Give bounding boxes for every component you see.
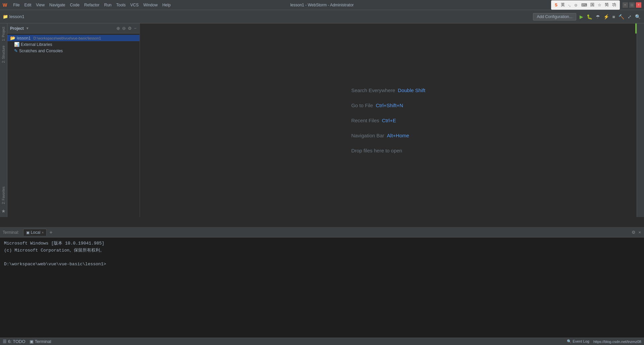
ime-keyboard[interactable]: ⌨ xyxy=(580,2,588,8)
panel-icons: ⊕ ⊖ ⚙ − xyxy=(116,25,137,31)
chevron-down-icon[interactable]: ▼ xyxy=(26,26,29,30)
panel-add-button[interactable]: ⊕ xyxy=(116,25,120,31)
menu-refactor[interactable]: Refactor xyxy=(82,2,101,8)
menu-help[interactable]: Help xyxy=(160,2,173,8)
sidebar-item-favorites[interactable]: 2: Favorites xyxy=(1,185,6,206)
terminal-tab-local[interactable]: ▣ Local × xyxy=(23,229,47,236)
event-log-link[interactable]: 🔍 Event Log xyxy=(567,339,589,344)
tree-item-scratches-label: Scratches and Consoles xyxy=(19,49,63,53)
menu-view[interactable]: View xyxy=(34,2,47,8)
project-panel: Project ▼ ⊕ ⊖ ⚙ − 📂 lesson1 D:\workspace… xyxy=(7,23,140,217)
folder-expand-icon: 📂 xyxy=(10,36,15,41)
tree-item-external-libraries[interactable]: 📊 External Libraries xyxy=(7,41,140,48)
minimize-button[interactable]: − xyxy=(623,2,628,8)
menu-tools[interactable]: Tools xyxy=(114,2,127,8)
close-button[interactable]: × xyxy=(636,2,641,8)
fullscreen-button[interactable]: ⤢ xyxy=(627,13,632,20)
menu-file[interactable]: File xyxy=(11,2,21,8)
status-bar-right: 🔍 Event Log https://blog.csdn.net/tnzmz0… xyxy=(567,339,641,344)
todo-status-item[interactable]: ☰ 6: TODO xyxy=(3,339,25,344)
hint-drop-files: Drop files here to open xyxy=(351,148,402,153)
tree-item-lesson1-label: lesson1 xyxy=(17,36,31,41)
terminal-status-item[interactable]: ▣ Terminal xyxy=(30,339,51,344)
hint-recent-files: Recent Files Ctrl+E xyxy=(351,118,396,123)
window-controls: − □ × xyxy=(623,2,641,8)
scratches-icon: ✎ xyxy=(14,48,18,53)
terminal-status-icon: ▣ xyxy=(30,339,34,344)
terminal-line-2: (c) Microsoft Corporation。保留所有权利。 xyxy=(4,247,640,254)
terminal-toolbar-icons: ⚙ × xyxy=(631,229,641,235)
ime-star[interactable]: ☆ xyxy=(597,2,602,8)
terminal-settings-button[interactable]: ⚙ xyxy=(631,229,636,235)
app-logo: W xyxy=(3,2,7,8)
hint-search-everywhere: Search Everywhere Double Shift xyxy=(351,87,425,93)
terminal-close-button[interactable]: × xyxy=(638,229,641,235)
terminal-line-4: D:\workspace\web\vue\vue-basic\lesson1> xyxy=(4,261,640,268)
panel-collapse-button[interactable]: ⊖ xyxy=(122,25,126,31)
terminal-status-label: Terminal xyxy=(35,339,51,344)
hint-search-shortcut: Double Shift xyxy=(398,87,425,93)
title-bar: W File Edit View Navigate Code Refactor … xyxy=(0,0,644,10)
terminal-label: Terminal: xyxy=(3,230,19,235)
build-button[interactable]: 🔨 xyxy=(618,13,625,20)
terminal-tab-close-icon[interactable]: × xyxy=(42,231,44,234)
libraries-icon: 📊 xyxy=(14,42,19,47)
menu-window[interactable]: Window xyxy=(141,2,160,8)
tree-item-lesson1-path: D:\workspace\web\vue\vue-basic\lesson1 xyxy=(33,36,101,40)
hint-recent-shortcut: Ctrl+E xyxy=(382,118,396,123)
ime-emoji[interactable]: ☺ xyxy=(573,2,579,8)
sidebar-item-project[interactable]: 1: Project xyxy=(1,25,6,43)
hint-search-label: Search Everywhere xyxy=(351,87,395,93)
ime-simple[interactable]: 简 xyxy=(604,2,610,8)
menu-run[interactable]: Run xyxy=(102,2,113,8)
file-tree: 📂 lesson1 D:\workspace\web\vue\vue-basic… xyxy=(7,33,140,217)
blog-link[interactable]: https://blog.csdn.net/tnzmz08 xyxy=(593,340,641,344)
title-bar-left: W File Edit View Navigate Code Refactor … xyxy=(3,2,173,8)
terminal-tab-bar: Terminal: ▣ Local × + ⚙ × xyxy=(0,227,644,237)
menu-vcs[interactable]: VCS xyxy=(128,2,141,8)
menu-navigate[interactable]: Navigate xyxy=(47,2,67,8)
tree-item-lesson1[interactable]: 📂 lesson1 D:\workspace\web\vue\vue-basic… xyxy=(7,35,140,41)
terminal-icon: ▣ xyxy=(26,230,30,235)
side-panel-left: 1: Project 2: Structure 2: Favorites ★ xyxy=(0,23,7,217)
panel-close-button[interactable]: − xyxy=(133,25,137,31)
terminal-line-3 xyxy=(4,254,640,261)
hint-recent-label: Recent Files xyxy=(351,118,379,123)
hint-goto-label: Go to File xyxy=(351,102,373,108)
folder-icon: 📁 xyxy=(3,14,8,19)
welcome-hints: Search Everywhere Double Shift Go to Fil… xyxy=(351,87,425,153)
coverage-button[interactable]: ☂ xyxy=(595,13,601,20)
sidebar-item-structure[interactable]: 2: Structure xyxy=(1,44,6,65)
ime-lang[interactable]: 英 xyxy=(560,2,566,8)
run-button[interactable]: ▶ xyxy=(579,13,584,20)
hint-nav-shortcut: Alt+Home xyxy=(387,133,409,138)
hint-goto-shortcut: Ctrl+Shift+N xyxy=(376,102,403,108)
add-configuration-button[interactable]: Add Configuration... xyxy=(533,13,576,20)
tree-item-external-libraries-label: External Libraries xyxy=(21,42,52,47)
status-bar: ☰ 6: TODO ▣ Terminal 🔍 Event Log https:/… xyxy=(0,338,644,345)
tree-item-scratches[interactable]: ✎ Scratches and Consoles xyxy=(7,48,140,54)
hint-navigation-bar: Navigation Bar Alt+Home xyxy=(351,133,409,138)
ime-cjk[interactable]: 国 xyxy=(589,2,595,8)
hint-nav-label: Navigation Bar xyxy=(351,133,384,138)
terminal-content[interactable]: Microsoft Windows [版本 10.0.19041.985] (c… xyxy=(0,237,644,338)
side-panel-right xyxy=(637,23,644,217)
terminal-add-tab-button[interactable]: + xyxy=(48,229,54,235)
search-everywhere-button[interactable]: 🔍 xyxy=(634,13,641,20)
ime-func[interactable]: 功 xyxy=(611,2,617,8)
profile-button[interactable]: ⚡ xyxy=(603,13,610,20)
panel-settings-button[interactable]: ⚙ xyxy=(127,25,132,31)
favorites-star-icon: ★ xyxy=(1,208,6,214)
todo-label: 6: TODO xyxy=(8,339,25,344)
maximize-button[interactable]: □ xyxy=(629,2,635,8)
debug-button[interactable]: 🐛 xyxy=(586,13,593,20)
hint-drop-label: Drop files here to open xyxy=(351,148,402,153)
ime-toolbar: S 英 ·, ☺ ⌨ 国 ☆ 简 功 xyxy=(551,0,620,10)
scroll-bar-green xyxy=(635,23,637,33)
stop-button[interactable]: ■ xyxy=(612,13,616,20)
menu-code[interactable]: Code xyxy=(68,2,82,8)
project-panel-header: Project ▼ ⊕ ⊖ ⚙ − xyxy=(7,23,140,33)
menu-edit[interactable]: Edit xyxy=(22,2,34,8)
project-name-area: 📁 lesson1 xyxy=(3,14,24,19)
project-name: lesson1 xyxy=(9,14,24,19)
